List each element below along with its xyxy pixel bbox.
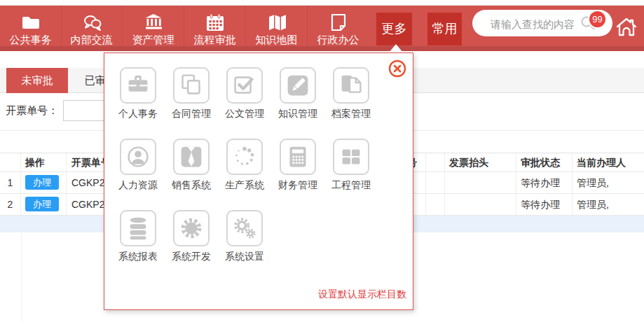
pages-icon	[333, 67, 369, 104]
gears-icon	[226, 210, 263, 246]
app-human-resources[interactable]: 人力资源	[111, 139, 165, 192]
copy-icon	[173, 67, 210, 104]
more-button[interactable]: 更多	[376, 13, 412, 46]
nav-item-label: 流程审批	[184, 34, 245, 47]
invoice-no-label: 开票单号：	[6, 104, 58, 118]
top-strip	[0, 0, 644, 6]
handler-cell: 管理员,	[573, 172, 644, 193]
app-personal-affairs[interactable]: 个人事务	[111, 67, 165, 120]
app-system-development[interactable]: 系统开发	[165, 210, 218, 263]
document-icon	[328, 12, 349, 33]
person-icon	[120, 139, 156, 175]
search-input[interactable]	[489, 14, 583, 34]
action-cell: 办理	[21, 194, 67, 215]
handle-button[interactable]: 办理	[25, 197, 59, 211]
nav-item-internal-communication[interactable]: 内部交流	[61, 6, 123, 46]
nav-item-label: 公共事务	[0, 34, 61, 47]
status-cell: 等待办理	[516, 172, 573, 193]
col-spacer	[426, 153, 445, 172]
handle-button[interactable]: 办理	[25, 175, 59, 190]
col-action: 操作	[21, 153, 67, 172]
frequent-button[interactable]: 常用	[427, 13, 462, 46]
app-contract-management[interactable]: 合同管理	[165, 67, 218, 120]
calculator-icon	[280, 139, 316, 175]
row-num: 2	[0, 194, 21, 215]
row-num: 1	[0, 172, 21, 193]
nav-item-label: 知识地图	[246, 34, 307, 47]
table-stub-line	[21, 232, 22, 322]
nav-item-process-approval[interactable]: 流程审批	[184, 6, 246, 46]
notification-badge: 99	[588, 10, 607, 29]
spinner-icon	[226, 139, 263, 175]
nav-item-administrative-office[interactable]: 行政办公	[308, 6, 369, 46]
app-production-system[interactable]: 生产系统	[218, 139, 271, 192]
nav-item-label: 内部交流	[61, 34, 122, 47]
app-grid: 个人事务 合同管理 公文管理 知识管理 档案管理 人力资源	[104, 53, 413, 281]
app-sales-system[interactable]: 销售系统	[165, 139, 218, 192]
nav-item-asset-management[interactable]: 资产管理	[123, 6, 184, 46]
col-num	[0, 153, 21, 172]
handler-cell: 管理员,	[573, 194, 644, 215]
invoice-title-cell	[445, 172, 516, 193]
app-finance-management[interactable]: 财务管理	[271, 139, 324, 192]
page: 公共事务 内部交流 资产管理 流程审批 知识地图 行政办公 更多 常用 99	[0, 0, 644, 322]
invoice-title-cell	[445, 194, 516, 215]
nav-item-label: 行政办公	[308, 34, 369, 47]
col-current-handler: 当前办理人	[573, 153, 644, 172]
popup-arrow	[389, 44, 403, 52]
briefcase-icon	[120, 67, 156, 104]
set-default-columns-link[interactable]: 设置默认显示栏目数	[318, 288, 406, 301]
checkbox-icon	[226, 67, 263, 104]
gearburst-icon	[173, 210, 210, 246]
app-official-doc-management[interactable]: 公文管理	[218, 67, 271, 120]
more-apps-popup: 个人事务 合同管理 公文管理 知识管理 档案管理 人力资源	[104, 52, 413, 310]
tab-unapproved[interactable]: 未审批	[6, 68, 68, 93]
app-engineering-management[interactable]: 工程管理	[324, 139, 378, 192]
pencil-icon	[280, 67, 316, 104]
action-cell: 办理	[21, 172, 67, 193]
col-invoice-title: 发票抬头	[445, 153, 516, 172]
chat-icon	[81, 12, 102, 33]
app-system-settings[interactable]: 系统设置	[218, 210, 271, 263]
nav-item-public-affairs[interactable]: 公共事务	[0, 6, 62, 46]
calendar-icon	[205, 12, 226, 33]
app-archive-management[interactable]: 档案管理	[324, 67, 378, 120]
nav-item-knowledge-map[interactable]: 知识地图	[246, 6, 308, 46]
home-icon[interactable]	[615, 16, 638, 38]
col-approval-status: 审批状态	[516, 153, 573, 172]
app-system-reports[interactable]: 系统报表	[111, 210, 165, 263]
status-cell: 等待办理	[516, 194, 573, 215]
tie-icon	[173, 139, 210, 175]
bank-icon	[143, 12, 164, 33]
map-icon	[266, 12, 287, 33]
folder-icon	[20, 12, 41, 33]
nav-item-label: 资产管理	[123, 34, 184, 47]
database-icon	[120, 210, 156, 246]
app-knowledge-management[interactable]: 知识管理	[271, 67, 324, 120]
grid-icon	[333, 139, 369, 175]
